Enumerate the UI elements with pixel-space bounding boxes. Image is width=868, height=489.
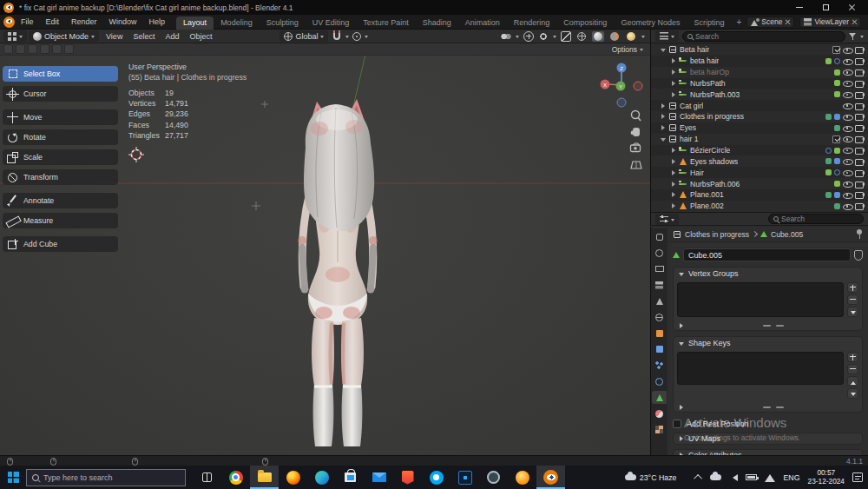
disclosure-arrow-icon[interactable] [660,47,666,53]
outliner-row[interactable]: Plane.002 [651,201,868,212]
outliner-item-label[interactable]: Beta hair [680,45,709,54]
navigation-gizmo[interactable]: Z X Y [601,63,643,108]
scene-selector[interactable]: Scene [746,17,794,28]
shading-rendered-button[interactable] [625,31,637,42]
outliner-search[interactable] [682,31,845,42]
outliner-row[interactable]: BézierCircle [651,145,868,156]
tool-button[interactable]: Rotate [3,129,118,145]
shape-keys-panel-header[interactable]: Shape Keys [674,337,862,349]
options-dropdown[interactable]: Options [608,45,647,54]
disclosure-arrow-icon[interactable] [660,102,666,109]
zoom-icon[interactable] [632,111,641,122]
add-workspace-button[interactable]: + [731,17,746,27]
taskbar-search[interactable] [26,469,186,486]
disclosure-arrow-icon[interactable] [670,181,676,187]
disable-in-render-icon[interactable] [855,157,865,166]
viewport-menu-item[interactable]: Select [128,32,160,41]
hide-in-viewport-icon[interactable] [843,168,852,177]
collection-checkbox[interactable] [832,135,840,143]
disable-in-render-icon[interactable] [855,45,865,54]
add-vertex-group-button[interactable] [847,282,858,293]
perspective-toggle-icon[interactable] [631,162,641,169]
render-tab[interactable] [652,247,667,260]
scene-unlink-icon[interactable] [785,19,790,24]
tool-button[interactable]: Select Box [3,66,118,82]
snap-dropdown-icon[interactable] [345,36,349,40]
outliner-item-label[interactable]: NurbsPath.003 [690,90,740,99]
hide-in-viewport-icon[interactable] [843,56,852,66]
texture-tab[interactable] [652,423,667,436]
firefox-icon[interactable] [279,466,307,489]
menu-item[interactable]: Render [65,16,103,29]
vertex-groups-panel-header[interactable]: Vertex Groups [674,268,862,280]
datablock-name-input[interactable] [683,248,851,261]
outliner-item-label[interactable]: NurbsPath.006 [690,180,740,188]
outliner-row[interactable]: beta hair [651,56,868,67]
disclosure-arrow-icon[interactable] [660,125,666,131]
object-tab[interactable] [652,327,667,340]
hide-in-viewport-icon[interactable] [843,112,852,122]
language-indicator[interactable]: ENG [783,473,799,482]
disclosure-arrow-icon[interactable] [670,169,676,175]
photoshop-icon[interactable] [450,466,479,489]
shading-wireframe-button[interactable] [575,31,588,42]
tool-button[interactable]: Move [3,109,118,125]
disable-in-render-icon[interactable] [855,135,865,143]
disable-in-render-icon[interactable] [855,68,865,76]
hide-in-viewport-icon[interactable] [843,146,852,155]
disclosure-arrow-icon[interactable] [670,69,676,76]
world-tab[interactable] [652,311,667,324]
disclosure-arrow-icon[interactable] [670,192,676,198]
vertex-group-specials-button[interactable] [847,307,858,317]
hide-in-viewport-icon[interactable] [843,135,852,144]
disable-in-render-icon[interactable] [855,180,865,188]
hide-in-viewport-icon[interactable] [843,202,852,211]
remove-vertex-group-button[interactable] [847,294,858,305]
disable-in-render-icon[interactable] [855,56,865,65]
overlays-dropdown-icon[interactable] [553,36,556,40]
snap-magnet-icon[interactable] [333,32,340,40]
workspace-tab[interactable]: Rendering [507,17,557,30]
blender-icon[interactable] [536,466,565,489]
mode-dropdown[interactable]: Object Mode [29,30,99,42]
proportional-editing-icon[interactable] [352,32,361,41]
breadcrumb-object[interactable]: Cube.005 [771,230,803,239]
select-mode-new-icon[interactable] [16,44,25,54]
gizmos-toggle-icon[interactable] [523,31,534,42]
outliner-row[interactable]: Beta hair [651,44,868,56]
color-attributes-panel-header[interactable]: Color Attributes [673,449,863,455]
outliner-item-label[interactable]: BézierCircle [690,146,730,155]
modifiers-tab[interactable] [652,343,667,356]
disclosure-arrow-icon[interactable] [670,148,676,154]
visibility-toggle-icon[interactable] [501,31,511,42]
hide-in-viewport-icon[interactable] [843,179,852,188]
hide-in-viewport-icon[interactable] [843,78,852,88]
brave-icon[interactable] [393,466,422,489]
outliner-item-label[interactable]: beta hairOp [690,68,729,76]
music-icon[interactable] [508,466,536,489]
move-shape-key-down-button[interactable] [847,388,858,399]
shape-keys-list[interactable] [677,352,844,385]
pan-hand-icon[interactable] [631,128,640,136]
select-mode-intersect-icon[interactable] [64,44,74,54]
active-tool-icon[interactable] [3,44,13,54]
mail-icon[interactable] [365,466,393,489]
network-icon[interactable] [765,469,775,482]
outliner-row[interactable]: NurbsPath.006 [651,178,868,189]
proportional-dropdown-icon[interactable] [365,36,368,40]
workspace-tab[interactable]: Sculpting [260,17,306,30]
viewport-menu-item[interactable]: Object [184,32,217,41]
outliner-item-label[interactable]: Plane.001 [690,190,724,199]
camera-view-icon[interactable] [631,143,641,152]
disable-in-render-icon[interactable] [855,102,865,110]
outliner-row[interactable]: Plane.001 [651,189,868,201]
xray-toggle-icon[interactable] [561,31,571,42]
disclosure-arrow-icon[interactable] [670,80,676,86]
outliner-item-label[interactable]: beta hair [690,56,719,65]
disclosure-arrow-icon[interactable] [660,136,666,142]
battery-icon[interactable] [746,474,757,480]
add-rest-position-checkbox[interactable] [673,420,681,428]
tool-tab[interactable] [652,230,667,243]
subpanel-expand-icon[interactable] [678,322,684,328]
outliner-row[interactable]: beta hairOp [651,67,868,78]
